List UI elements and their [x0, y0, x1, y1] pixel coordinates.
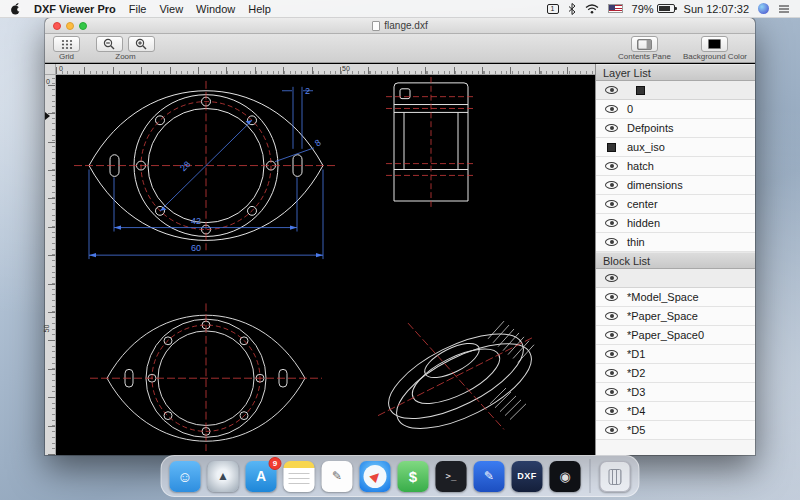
siri-icon[interactable]: [758, 3, 769, 14]
dock-safari-icon[interactable]: ▶: [360, 461, 391, 492]
layer-row[interactable]: center: [596, 195, 755, 214]
eye-icon[interactable]: [605, 388, 618, 396]
background-color-label: Background Color: [683, 53, 747, 61]
block-row[interactable]: *Model_Space: [596, 288, 755, 307]
layer-name: hatch: [627, 160, 654, 172]
titlebar[interactable]: flange.dxf: [45, 18, 755, 34]
dock-launchpad-icon[interactable]: ▲: [208, 461, 239, 492]
background-color-button[interactable]: [701, 36, 728, 52]
eye-icon[interactable]: [605, 181, 618, 189]
app-window: flange.dxf Grid Zoom: [45, 18, 755, 455]
dim-42: 42: [191, 216, 201, 226]
desktop: DXF Viewer Pro File View Window Help 1 7…: [0, 0, 800, 500]
contents-pane-icon: [637, 39, 652, 50]
layer-hidden-swatch-icon[interactable]: [607, 143, 616, 152]
eye-icon[interactable]: [605, 407, 618, 415]
block-row[interactable]: *D2: [596, 364, 755, 383]
block-row[interactable]: *D1: [596, 345, 755, 364]
block-list-title: Block List: [596, 252, 755, 269]
battery-percent: 79%: [632, 3, 654, 15]
eye-icon[interactable]: [605, 86, 618, 94]
zoom-button[interactable]: [79, 22, 87, 30]
wifi-icon[interactable]: [585, 4, 599, 14]
minimize-button[interactable]: [66, 22, 74, 30]
battery-indicator[interactable]: 79%: [632, 3, 675, 15]
block-name: *D1: [627, 348, 645, 360]
dock-graphics-icon[interactable]: ✎: [474, 461, 505, 492]
menu-view[interactable]: View: [159, 3, 183, 15]
menu-window[interactable]: Window: [196, 3, 235, 15]
layer-name: dimensions: [627, 179, 683, 191]
app-store-badge: 9: [269, 457, 282, 470]
layer-color-swatch-icon[interactable]: [636, 86, 645, 95]
eye-icon[interactable]: [605, 274, 618, 282]
eye-icon[interactable]: [605, 219, 618, 227]
layer-row[interactable]: hidden: [596, 214, 755, 233]
block-row[interactable]: *D4: [596, 402, 755, 421]
drawing-canvas[interactable]: 42 60 28 2 8: [56, 75, 595, 455]
dock-textedit-icon[interactable]: ✎: [322, 461, 353, 492]
zoom-in-button[interactable]: [128, 36, 155, 52]
layer-row[interactable]: hatch: [596, 157, 755, 176]
eye-icon[interactable]: [605, 293, 618, 301]
block-row[interactable]: *Paper_Space0: [596, 326, 755, 345]
document-icon: [372, 21, 380, 31]
toolbar: Grid Zoom Contents P: [45, 34, 755, 63]
block-row[interactable]: *Paper_Space: [596, 307, 755, 326]
block-list-controls: [596, 269, 755, 288]
contents-pane-button[interactable]: [631, 36, 658, 52]
apple-menu-icon[interactable]: [10, 2, 21, 15]
eye-icon[interactable]: [605, 312, 618, 320]
grid-button[interactable]: [53, 36, 80, 52]
menu-app-name[interactable]: DXF Viewer Pro: [34, 3, 116, 15]
ruler-corner: [45, 64, 56, 75]
window-title: flange.dxf: [372, 20, 427, 31]
block-name: *Paper_Space0: [627, 329, 704, 341]
window-content: 0 50 0 50: [45, 64, 755, 455]
battery-icon: [657, 4, 675, 13]
notification-center-icon[interactable]: [778, 4, 790, 14]
eye-icon[interactable]: [605, 238, 618, 246]
close-button[interactable]: [53, 22, 61, 30]
menu-file[interactable]: File: [129, 3, 147, 15]
layer-row[interactable]: aux_iso: [596, 138, 755, 157]
block-row[interactable]: *D3: [596, 383, 755, 402]
block-row[interactable]: *D5: [596, 421, 755, 440]
dock-divider: [590, 459, 591, 493]
ruler-h-50: 50: [342, 65, 350, 72]
eye-icon[interactable]: [605, 331, 618, 339]
layer-row[interactable]: dimensions: [596, 176, 755, 195]
iso-centerlines: [378, 323, 534, 429]
layer-list-title: Layer List: [596, 64, 755, 81]
dim-60: 60: [191, 243, 201, 253]
eye-icon[interactable]: [605, 350, 618, 358]
menubar-clock[interactable]: Sun 12:07:32: [684, 3, 749, 15]
dock-screenshot-icon[interactable]: ◉: [550, 461, 581, 492]
layer-row[interactable]: 0: [596, 100, 755, 119]
layer-row[interactable]: thin: [596, 233, 755, 252]
dock-money-icon[interactable]: $: [398, 461, 429, 492]
dock-app-store-icon[interactable]: A9: [246, 461, 277, 492]
eye-icon[interactable]: [605, 162, 618, 170]
grid-label: Grid: [59, 53, 74, 61]
input-source-icon[interactable]: 1: [547, 4, 559, 14]
dock-trash-icon[interactable]: [600, 461, 631, 492]
bluetooth-icon[interactable]: [568, 3, 576, 15]
dock-terminal-icon[interactable]: >_: [436, 461, 467, 492]
layer-row[interactable]: Defpoints: [596, 119, 755, 138]
menu-help[interactable]: Help: [248, 3, 271, 15]
dock-dxf-viewer-icon[interactable]: DXF: [512, 461, 543, 492]
zoom-out-button[interactable]: [96, 36, 123, 52]
eye-icon[interactable]: [605, 105, 618, 113]
eye-icon[interactable]: [605, 426, 618, 434]
us-flag-icon[interactable]: [608, 4, 623, 13]
eye-icon[interactable]: [605, 369, 618, 377]
ruler-v-0: 0: [46, 78, 50, 85]
contents-pane-label: Contents Pane: [618, 53, 671, 61]
eye-icon[interactable]: [605, 200, 618, 208]
eye-icon[interactable]: [605, 124, 618, 132]
dock-notes-icon[interactable]: [284, 461, 315, 492]
dock-finder-icon[interactable]: ☺: [170, 461, 201, 492]
layer-name: 0: [627, 103, 633, 115]
zoom-out-icon: [103, 38, 116, 51]
